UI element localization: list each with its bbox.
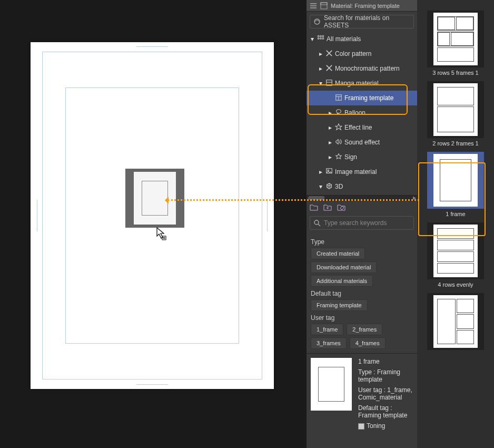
tree-item-image-material[interactable]: ▸Image material [307, 164, 417, 179]
canvas-tick [136, 46, 168, 47]
material-panel: Material: Framing template Search for ma… [307, 0, 494, 448]
search-placeholder: Type search keywords [324, 219, 387, 227]
tree-item-manga-material[interactable]: ▾Manga material [307, 76, 417, 91]
tree-icon [335, 138, 342, 147]
tag-2-frames[interactable]: 2_frames [347, 324, 382, 335]
panel-tab-label: Material: Framing template [331, 3, 400, 9]
tag-1-frame[interactable]: 1_frame [311, 324, 343, 335]
thumbnail-list[interactable]: 3 rows 5 frames 12 rows 2 frames 11 fram… [417, 0, 494, 448]
thumbnail-label: 3 rows 5 frames 1 [424, 70, 487, 76]
detail-name: 1 frame [358, 358, 413, 365]
svg-point-8 [322, 35, 324, 37]
tree-label: Effect line [344, 124, 372, 131]
search-assets-button[interactable]: Search for materials on ASSETS [310, 15, 414, 28]
svg-point-7 [320, 35, 322, 37]
tree-label: Color pattern [335, 50, 371, 57]
chevron-right-icon: ▸ [318, 51, 323, 56]
tree-label: Manga material [335, 80, 379, 87]
thumbnail-label: 1 frame [424, 211, 487, 217]
tree-label: All materials [327, 35, 361, 43]
svg-point-17 [337, 109, 341, 113]
thumbnail-2-rows-2-frames-1[interactable]: 2 rows 2 frames 1 [424, 81, 487, 150]
chevron-right-icon: ▸ [318, 66, 323, 71]
tree-icon [325, 79, 333, 88]
canvas-tick [267, 200, 268, 231]
svg-rect-4 [321, 3, 327, 5]
tree-toolbar [307, 200, 417, 213]
tree-label: Balloon [344, 109, 365, 116]
svg-line-21 [318, 224, 320, 226]
tree-item-color-pattern[interactable]: ▸Color pattern [307, 46, 417, 61]
thumbnail-label: 2 rows 2 frames 1 [424, 140, 487, 147]
svg-point-11 [322, 37, 324, 39]
tag-additional[interactable]: Additional materials [311, 275, 373, 287]
tree-icon [317, 35, 324, 44]
drag-preview [125, 169, 184, 228]
tree-item-monochromatic-pattern[interactable]: ▸Monochromatic pattern [307, 61, 417, 76]
tag-3-frames[interactable]: 3_frames [311, 337, 347, 349]
thumbnail-box [427, 81, 484, 138]
tag-downloaded[interactable]: Downloaded material [311, 261, 377, 273]
svg-point-10 [320, 37, 322, 39]
tag-framing-template[interactable]: Framing template [311, 299, 368, 311]
drag-arrow-annotation [167, 199, 419, 201]
tree-icon [325, 182, 333, 191]
detail-default-tag: Default tag : Framing template [358, 404, 413, 419]
thumbnail-label: 4 rows evenly [424, 281, 487, 288]
thumbnail-4-rows-evenly[interactable]: 4 rows evenly [424, 222, 487, 291]
tree-item-sign[interactable]: ▸Sign [307, 150, 417, 164]
panel-tab[interactable]: Material: Framing template [307, 0, 417, 12]
chevron-down-icon: ▾ [318, 184, 323, 189]
tree-label: 3D [335, 183, 343, 190]
tree-item-3d[interactable]: ▾3D [307, 179, 417, 194]
tree-item-framing-template[interactable]: Framing template [307, 91, 417, 105]
filter-section: Type Created material Downloaded materia… [307, 233, 417, 353]
thumbnail-box [427, 293, 484, 350]
tree-icon [335, 94, 342, 103]
canvas-tick [37, 200, 37, 231]
new-folder-icon[interactable] [310, 203, 318, 211]
tree-item-balloon[interactable]: ▸Balloon [307, 105, 417, 120]
tag-4-frames[interactable]: 4_frames [350, 337, 386, 349]
tree-label: Framing template [344, 94, 393, 102]
tree-icon [325, 168, 333, 177]
thumbnail-1-frame[interactable]: 1 frame [424, 152, 487, 220]
tree-icon [335, 153, 342, 162]
detail-toning-row[interactable]: Toning [358, 422, 413, 430]
tree-icon [335, 123, 342, 132]
canvas-area[interactable] [0, 0, 305, 448]
folder-down-icon[interactable] [323, 203, 332, 211]
tree-icon [325, 50, 333, 59]
tree-label: Image material [335, 168, 377, 176]
material-tree: ▾All materials▸Color pattern▸Monochromat… [307, 31, 417, 195]
toning-checkbox[interactable] [358, 423, 364, 430]
tree-label: Sound effect [344, 139, 380, 146]
thumbnail-3-rows-5-frames-1[interactable]: 3 rows 5 frames 1 [424, 11, 487, 79]
tag-created[interactable]: Created material [311, 248, 365, 259]
tree-item-effect-line[interactable]: ▸Effect line [307, 120, 417, 135]
tree-icon [325, 64, 333, 73]
tree-item-all-materials[interactable]: ▾All materials [307, 32, 417, 46]
chevron-right-icon: ▸ [328, 154, 333, 160]
svg-point-6 [318, 35, 319, 37]
folder-edit-icon[interactable] [337, 203, 345, 211]
detail-thumbnail [311, 358, 352, 411]
search-keywords-input[interactable]: Type search keywords [310, 216, 414, 230]
tree-item-sound-effect[interactable]: ▸Sound effect [307, 135, 417, 150]
svg-rect-3 [321, 3, 327, 9]
tree-label: Sign [344, 153, 357, 161]
thumbnail-box [427, 11, 484, 67]
chevron-right-icon: ▸ [328, 140, 333, 145]
tree-icon [335, 109, 342, 118]
thumbnail-item[interactable] [424, 293, 487, 353]
assets-icon [313, 18, 321, 25]
thumbnail-box [427, 222, 484, 279]
svg-point-9 [318, 37, 319, 39]
material-detail: 1 frame Type : Framing template User tag… [307, 353, 417, 437]
chevron-down-icon: ▾ [318, 81, 323, 86]
chevron-right-icon: ▸ [328, 110, 333, 115]
canvas-tick [136, 384, 168, 385]
user-tag-title: User tag [311, 314, 413, 322]
detail-type: Type : Framing template [358, 368, 413, 383]
type-filter-title: Type [311, 238, 413, 246]
